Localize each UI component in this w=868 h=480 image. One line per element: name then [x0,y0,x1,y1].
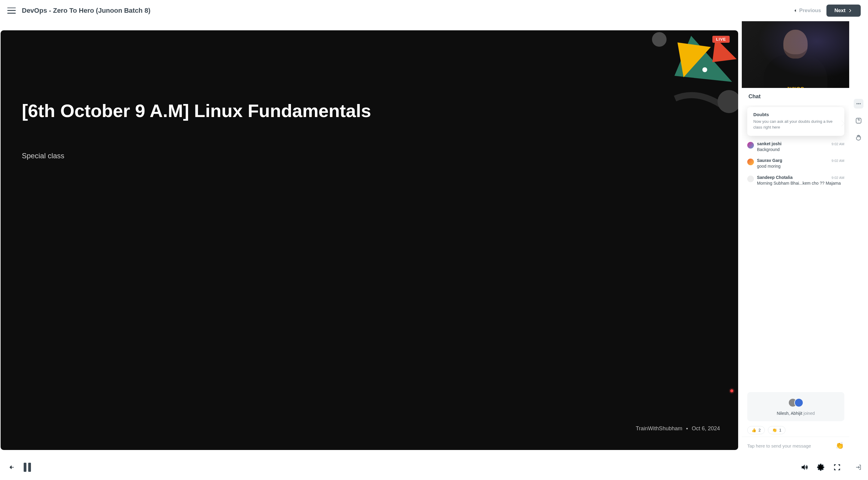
live-badge: LIVE [712,36,730,43]
help-icon [855,117,862,124]
reaction-chip-clap[interactable]: 👏 1 [768,426,785,434]
chat-header: Chat [742,88,849,105]
reaction-row: 👍 2 👏 1 [742,423,849,434]
exit-button[interactable] [854,462,863,472]
next-button[interactable]: Next [827,5,861,17]
joined-text: Nilesh, Abhijit joined [777,411,815,416]
right-rail [849,21,868,480]
chat-time: 9:02 AM [832,142,844,146]
slide-subtitle: Special class [22,152,64,160]
presenter-shirt-text: JUNOO [787,86,804,88]
exit-icon [855,464,862,471]
chat-time: 9:02 AM [832,176,844,180]
arrow-left-icon [8,464,15,471]
menu-icon[interactable] [7,8,16,14]
top-bar: DevOps - Zero To Hero (Junoon Batch 8) P… [0,0,868,21]
chat-input-row: 👏 [742,437,849,454]
chat-message: sanket joshi 9:02 AM Background [747,141,844,153]
doubts-tooltip-title: Doubts [753,112,838,117]
avatar [747,142,754,149]
fullscreen-icon [833,463,841,471]
separator-dot-icon [686,428,688,429]
joined-card: Nilesh, Abhijit joined [747,392,844,421]
joined-suffix: joined [802,411,815,416]
page-title: DevOps - Zero To Hero (Junoon Batch 8) [22,7,151,14]
pause-icon [24,463,26,472]
volume-icon [801,463,808,471]
chevron-left-icon [793,8,798,13]
chat-message: Saurav Garg 9:02 AM good moring [747,158,844,169]
session-date: Oct 6, 2024 [692,425,720,432]
gear-icon [817,463,824,471]
svg-marker-2 [678,42,711,77]
instructor-name: TrainWithShubham [636,425,682,432]
svg-point-5 [717,90,738,113]
chat-text: Morning Subham Bhai...kem cho ?? Majama [757,181,844,187]
svg-point-0 [652,32,666,47]
slide-title: [6th October 9 A.M] Linux Fundamentals [22,100,714,122]
chat-author: sanket joshi [757,141,781,146]
previous-label: Previous [799,8,821,14]
svg-point-6 [857,103,857,104]
back-button[interactable] [8,464,15,471]
recording-indicator-icon [730,389,733,392]
chat-sidebar: JUNOO Chat Doubts Now you can ask all yo… [742,21,849,454]
clap-icon: 👏 [772,428,777,433]
svg-point-7 [858,103,859,104]
chat-author: Sandeep Chotalia [757,175,793,180]
chat-text: good moring [757,163,844,169]
svg-point-8 [860,103,860,104]
doubts-tooltip-body: Now you can ask all your doubts during a… [753,119,838,130]
clap-button[interactable]: 👏 [836,442,844,450]
more-horizontal-icon [856,101,861,106]
next-label: Next [834,8,845,14]
chevron-right-icon [847,8,853,13]
chat-author: Saurav Garg [757,158,782,163]
video-stage-column: LIVE [6th October 9 A.M] Linux Fundament… [0,21,742,454]
raise-hand-button[interactable] [854,133,863,142]
doubts-tooltip: Doubts Now you can ask all your doubts d… [747,107,844,136]
joined-names: Nilesh, Abhijit [777,411,802,416]
pause-button[interactable] [24,463,31,472]
reaction-chip-like[interactable]: 👍 2 [747,426,765,434]
volume-button[interactable] [801,463,808,471]
presenter-video[interactable]: JUNOO [742,21,849,88]
more-options-button[interactable] [854,99,863,108]
raise-hand-icon [855,134,862,141]
chat-time: 9:02 AM [832,159,844,163]
chat-stream[interactable]: Doubts Now you can ask all your doubts d… [742,105,849,423]
doubts-button[interactable] [854,116,863,126]
settings-button[interactable] [817,463,824,471]
svg-point-4 [702,67,707,72]
thumbs-up-icon: 👍 [751,428,756,433]
avatar [747,175,754,182]
reaction-count: 2 [758,428,761,433]
video-stage[interactable]: LIVE [6th October 9 A.M] Linux Fundament… [1,30,738,450]
previous-button[interactable]: Previous [793,8,821,14]
player-bar [0,454,849,480]
chat-input[interactable] [747,443,833,448]
fullscreen-button[interactable] [833,463,841,471]
slide-meta: TrainWithShubham Oct 6, 2024 [636,425,720,432]
reaction-count: 1 [779,428,781,433]
avatar [747,159,754,165]
chat-message: Sandeep Chotalia 9:02 AM Morning Subham … [747,175,844,187]
joined-avatars [788,398,803,407]
avatar [794,398,803,407]
chat-text: Background [757,147,844,153]
